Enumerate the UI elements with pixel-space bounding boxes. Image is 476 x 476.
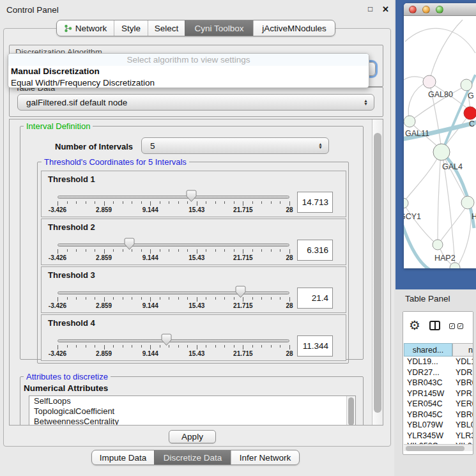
table-row[interactable]: YDR27...YDR2: [404, 367, 473, 378]
gear-icon[interactable]: ⚙: [409, 317, 420, 334]
network-edge: [429, 20, 463, 82]
tab-style[interactable]: Style: [114, 20, 148, 36]
table-row[interactable]: YER054CYER0: [404, 399, 473, 410]
network-node[interactable]: [464, 107, 476, 119]
panel-title: Control Panel: [6, 5, 59, 15]
algorithm-option[interactable]: Manual Discretization: [8, 66, 369, 77]
network-edge: [457, 204, 471, 266]
tab-infer-network[interactable]: Infer Network: [231, 450, 299, 464]
table-row[interactable]: YBL079WYBL0: [404, 420, 473, 431]
threshold-slider-thumb[interactable]: [161, 334, 172, 346]
tab-discretize-data[interactable]: Discretize Data: [154, 450, 231, 464]
threshold-value-field[interactable]: 11.344: [297, 335, 333, 357]
threshold-slider-thumb[interactable]: [235, 286, 246, 298]
attribute-item[interactable]: SelfLoops: [29, 396, 355, 406]
tab-cyni-toolbox[interactable]: Cyni Toolbox: [185, 20, 253, 36]
network-window-titlebar[interactable]: [404, 3, 476, 16]
table-row[interactable]: YBR045CYBR0: [404, 410, 473, 420]
screen: Control Panel □ ✕ NetworkStyleSelectCyni…: [0, 0, 476, 476]
network-edge: [438, 153, 441, 243]
tab-impute-data[interactable]: Impute Data: [92, 450, 154, 464]
table-row[interactable]: YLR345WYLR3: [404, 431, 473, 441]
tab-network[interactable]: Network: [57, 20, 114, 36]
network-window[interactable]: GAL80GCGAL11GAL4GCY1HHAP2: [404, 3, 476, 268]
attribute-item[interactable]: BetweennessCentrality: [29, 417, 355, 426]
network-node-label: H: [472, 212, 476, 221]
network-node[interactable]: [404, 198, 408, 208]
tab-jactivemnodules[interactable]: jActiveMNodules: [253, 20, 335, 36]
tab-label: jActiveMNodules: [262, 24, 326, 33]
network-node-label: GCY1: [404, 212, 421, 221]
tab-label: Style: [121, 24, 141, 33]
threshold-label: Threshold 2: [48, 222, 95, 232]
numerical-attributes-heading: Numerical Attributes: [24, 383, 108, 393]
settings-scrollbar[interactable]: [372, 119, 383, 425]
settings-viewport: Interval Definition Number of Intervals …: [9, 119, 383, 426]
network-node[interactable]: [433, 240, 443, 250]
zoom-traffic-light-icon[interactable]: [436, 6, 443, 13]
attributes-scrollbar[interactable]: [346, 396, 355, 426]
checkbox-icon[interactable]: ✓: [449, 323, 455, 329]
tab-label: Cyni Toolbox: [194, 24, 243, 33]
threshold-slider-track[interactable]: [58, 196, 289, 199]
close-icon[interactable]: ✕: [382, 4, 389, 14]
threshold-value-field[interactable]: 14.713: [297, 192, 333, 213]
threshold-slider-track[interactable]: [58, 291, 289, 295]
cell-name: YLR3: [452, 431, 473, 441]
network-edge: [405, 29, 475, 53]
network-canvas[interactable]: GAL80GCGAL11GAL4GCY1HHAP2: [404, 16, 476, 268]
cell-name: YPR1: [452, 388, 473, 399]
threshold-value-field[interactable]: 6.316: [297, 240, 333, 261]
interval-definition-label: Interval Definition: [24, 121, 93, 131]
thresholds-group: Threshold 1-3.4262.8599.14415.4321.71528…: [37, 162, 349, 364]
table-hscrollbar[interactable]: [404, 444, 473, 451]
apply-button[interactable]: Apply: [169, 430, 216, 443]
algorithm-option[interactable]: Equal Width/Frequency Discretization: [8, 77, 369, 88]
split-view-icon[interactable]: [429, 321, 440, 330]
table-data-combo[interactable]: galFiltered.sif default node ▲▼: [17, 94, 374, 111]
network-node[interactable]: [423, 75, 436, 88]
network-edge: [408, 82, 427, 120]
scrollbar-thumb[interactable]: [406, 446, 464, 451]
table-row[interactable]: YDL19...YDL1: [404, 357, 473, 367]
number-of-intervals-combo[interactable]: 5 ▲▼: [141, 137, 329, 154]
cell-shared-name: YER054C: [404, 399, 452, 410]
column-header[interactable]: na: [452, 343, 473, 357]
numerical-attributes-list[interactable]: SelfLoopsTopologicalCoefficientBetweenne…: [29, 395, 356, 426]
checkbox-icon[interactable]: ✓: [457, 323, 463, 329]
threshold-label: Threshold 3: [48, 270, 95, 280]
threshold-value-field[interactable]: 21.4: [297, 288, 333, 309]
column-header[interactable]: shared...: [404, 343, 452, 357]
cell-name: YER0: [452, 399, 473, 410]
minimize-traffic-light-icon[interactable]: [422, 6, 430, 13]
network-edge: [404, 152, 441, 202]
scrollbar-thumb[interactable]: [374, 133, 381, 413]
network-node[interactable]: [404, 116, 415, 127]
table-panel: ⚙ ✓ ✓ shared...na YDL19...YDL1YDR27...YD…: [403, 311, 473, 455]
network-node[interactable]: [461, 196, 474, 209]
network-node[interactable]: [461, 79, 472, 91]
combo-arrows-icon: ▲▼: [364, 99, 368, 105]
threshold-slider-track[interactable]: [58, 339, 289, 342]
cell-shared-name: YPR145W: [404, 388, 452, 399]
control-panel-tabs: NetworkStyleSelectCyni ToolboxjActiveMNo…: [56, 20, 335, 36]
network-node[interactable]: [450, 263, 460, 268]
attribute-item[interactable]: TopologicalCoefficient: [29, 406, 355, 417]
number-of-intervals-value: 5: [150, 141, 155, 151]
network-node-label: GAL80: [428, 90, 453, 99]
float-window-icon[interactable]: □: [368, 4, 372, 13]
tab-select[interactable]: Select: [148, 20, 185, 36]
table-rows: YDL19...YDL1YDR27...YDR2YBR043CYBR0YPR14…: [404, 357, 473, 445]
scrollbar-thumb[interactable]: [348, 397, 354, 426]
cyni-mode-tabs: Impute DataDiscretize DataInfer Network: [91, 450, 300, 465]
threshold-slider-thumb[interactable]: [124, 238, 135, 250]
algorithm-hint: Select algorithm to view settings: [8, 54, 369, 66]
table-row[interactable]: YBR043CYBR0: [404, 378, 473, 388]
network-node[interactable]: [433, 144, 450, 160]
threshold-slider-thumb[interactable]: [186, 190, 197, 203]
network-node-label: GAL11: [405, 129, 429, 138]
network-node-label: C: [469, 119, 475, 128]
threshold-slider-track[interactable]: [58, 243, 289, 247]
close-traffic-light-icon[interactable]: [409, 6, 417, 13]
table-row[interactable]: YPR145WYPR1: [404, 388, 473, 399]
